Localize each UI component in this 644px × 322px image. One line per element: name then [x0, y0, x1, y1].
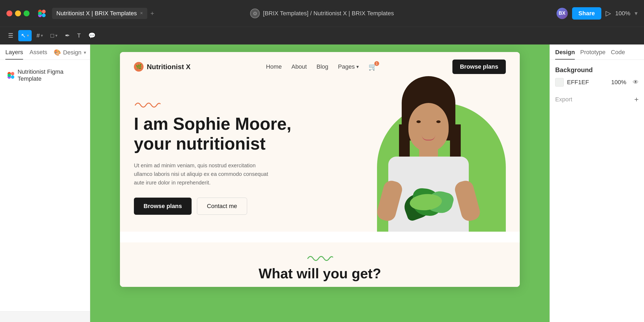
- right-sidebar-content: Background EFF1EF 100% 👁 Export +: [550, 60, 644, 110]
- frame-tool-button[interactable]: # ▾: [34, 30, 46, 41]
- tab-layers[interactable]: Layers: [5, 49, 23, 60]
- section-gap: [120, 232, 520, 242]
- bottom-section-title: What will you get?: [134, 265, 506, 282]
- pen-icon: ✒: [65, 32, 70, 39]
- titlebar: Nutritionist X | BRIX Templates × + ⊙ [B…: [0, 0, 644, 27]
- text-tool-button[interactable]: T: [75, 30, 83, 41]
- background-color-swatch[interactable]: [555, 78, 564, 87]
- svg-rect-1: [42, 10, 46, 13]
- close-window-button[interactable]: [6, 10, 12, 16]
- pages-chevron-icon: ▾: [356, 64, 359, 70]
- canvas[interactable]: Nutritionist X | BRIX Templates 🌿 Nutrit…: [90, 45, 550, 322]
- export-row: Export +: [555, 95, 639, 104]
- brand-icon: 🌿: [134, 62, 144, 72]
- woman-smile: [422, 135, 435, 140]
- tab-close-button[interactable]: ×: [140, 10, 143, 16]
- hero-title: I am Sophie Moore, your nutritionist: [134, 114, 306, 154]
- zoom-chevron-icon[interactable]: ▾: [635, 10, 638, 17]
- cursor-icon: ↖: [21, 32, 26, 39]
- hero-subtitle: Ut enim ad minim veniam, quis nostrud ex…: [134, 161, 273, 187]
- sidebar-tabs: Layers Assets 🎨 Design ▾: [0, 45, 90, 60]
- toolbar: ☰ ↖ ▾ # ▾ □ ▾ ✒ T 💬: [0, 27, 644, 45]
- export-add-button[interactable]: +: [634, 95, 639, 104]
- menu-button[interactable]: ☰: [5, 30, 16, 41]
- visibility-toggle-icon[interactable]: 👁: [633, 79, 639, 86]
- nav-link-blog[interactable]: Blog: [316, 63, 328, 70]
- contact-me-button[interactable]: Contact me: [197, 198, 247, 215]
- hero-title-line2: your nutritionist: [134, 134, 266, 153]
- user-avatar-icon: ⊙: [250, 9, 260, 18]
- background-opacity[interactable]: 100%: [611, 79, 626, 86]
- lettuce-bouquet: [404, 186, 453, 218]
- background-section-title: Background: [555, 66, 639, 74]
- comment-tool-button[interactable]: 💬: [86, 30, 98, 41]
- woman-arm-left: [375, 179, 404, 223]
- frame-chevron-icon: ▾: [41, 33, 43, 38]
- brand-name: Nutritionist X: [147, 63, 191, 71]
- layer-label: Nutritionist Figma Template: [17, 68, 82, 82]
- shape-tool-button[interactable]: □ ▾: [48, 30, 60, 41]
- nav-link-pages[interactable]: Pages ▾: [338, 63, 359, 70]
- tab-assets[interactable]: Assets: [30, 49, 47, 60]
- right-sidebar-tabs: Design Prototype Code: [550, 45, 644, 60]
- breadcrumb: ⊙ [BRIX Templates] / Nutritionist X | BR…: [250, 9, 394, 18]
- cursor-tool-button[interactable]: ↖ ▾: [18, 30, 32, 41]
- design-text: Design: [63, 49, 81, 56]
- share-button[interactable]: Share: [572, 7, 601, 20]
- design-chevron-icon: ▾: [84, 50, 86, 55]
- cart-badge: 1: [374, 61, 379, 66]
- layer-item-nutritionist[interactable]: Nutritionist Figma Template: [5, 65, 85, 86]
- cursor-chevron-icon: ▾: [27, 33, 29, 38]
- svg-rect-8: [11, 75, 14, 79]
- active-tab[interactable]: Nutritionist X | BRIX Templates ×: [52, 8, 147, 19]
- sidebar-content: Nutritionist Figma Template: [0, 60, 90, 91]
- shape-chevron-icon: ▾: [55, 33, 57, 38]
- left-sidebar: Layers Assets 🎨 Design ▾ Nutritionist Fi…: [0, 45, 90, 322]
- cart-icon[interactable]: 🛒 1: [368, 63, 377, 71]
- svg-rect-3: [42, 13, 46, 17]
- design-label: 🎨: [54, 49, 61, 56]
- nav-link-about[interactable]: About: [291, 63, 307, 70]
- background-color-row: EFF1EF 100% 👁: [555, 78, 639, 87]
- tab-label: Nutritionist X | BRIX Templates: [56, 10, 137, 17]
- figma-logo-icon: [38, 10, 46, 17]
- design-frame: Nutritionist X | BRIX Templates 🌿 Nutrit…: [120, 52, 520, 287]
- nav-brand: 🌿 Nutritionist X: [134, 62, 191, 72]
- sidebar-bottom-gap: [0, 311, 90, 322]
- svg-rect-6: [11, 72, 14, 75]
- comment-icon: 💬: [88, 32, 96, 39]
- svg-point-9: [8, 74, 11, 77]
- hero-section: I am Sophie Moore, your nutritionist Ut …: [120, 82, 520, 232]
- nav-browse-plans-button[interactable]: Browse plans: [452, 60, 506, 74]
- nutritionist-photo: [369, 90, 488, 232]
- new-tab-button[interactable]: +: [148, 9, 156, 18]
- right-sidebar: Design Prototype Code Background EFF1EF …: [550, 45, 644, 322]
- figma-file-icon: [8, 72, 14, 79]
- background-color-hex[interactable]: EFF1EF: [567, 79, 608, 86]
- tab-prototype[interactable]: Prototype: [580, 49, 605, 60]
- text-icon: T: [77, 32, 81, 39]
- woman-arm-right: [453, 179, 482, 223]
- hero-buttons: Browse plans Contact me: [134, 198, 306, 215]
- browse-plans-button[interactable]: Browse plans: [134, 198, 192, 215]
- woman-eye-right: [436, 120, 441, 123]
- minimize-window-button[interactable]: [15, 10, 21, 16]
- nav-link-home[interactable]: Home: [266, 63, 282, 70]
- play-button[interactable]: ▷: [606, 9, 611, 17]
- hero-left-content: I am Sophie Moore, your nutritionist Ut …: [134, 94, 306, 215]
- tab-area: Nutritionist X | BRIX Templates × +: [52, 8, 156, 19]
- bottom-wave-decoration: [134, 253, 506, 261]
- svg-point-4: [38, 12, 42, 15]
- title-right-actions: BX Share ▷ 100% ▾: [557, 7, 638, 20]
- website-nav: 🌿 Nutritionist X Home About Blog Pages ▾…: [120, 52, 520, 82]
- traffic-lights: [6, 10, 30, 16]
- fullscreen-window-button[interactable]: [24, 10, 30, 16]
- menu-icon: ☰: [8, 32, 13, 39]
- shape-icon: □: [50, 32, 54, 39]
- hero-wave-decoration: [134, 100, 306, 108]
- pen-tool-button[interactable]: ✒: [62, 30, 72, 41]
- tab-code[interactable]: Code: [611, 49, 625, 60]
- tab-design[interactable]: Design: [555, 49, 575, 60]
- zoom-control[interactable]: 100%: [615, 10, 630, 17]
- hero-image-area: [337, 87, 520, 232]
